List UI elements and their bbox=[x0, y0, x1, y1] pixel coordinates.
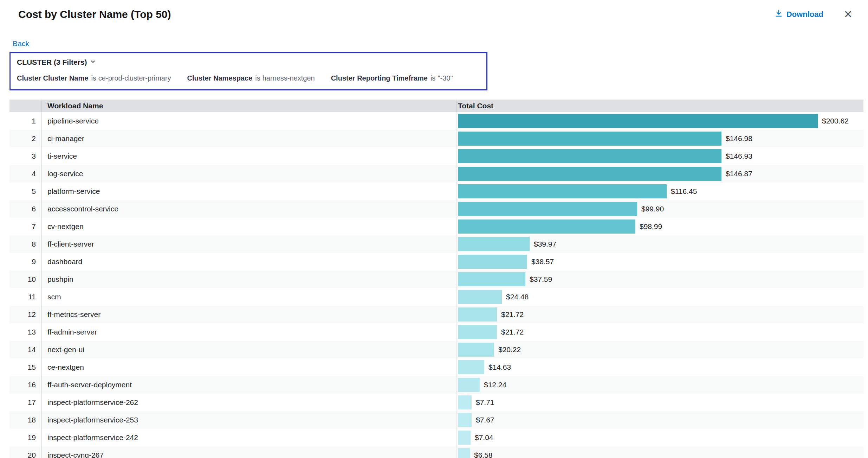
filter-group-toggle[interactable]: CLUSTER (3 Filters) bbox=[17, 58, 96, 66]
table-row[interactable]: 20inspect-cvng-267$6.58 bbox=[9, 446, 863, 458]
cost-label: $146.93 bbox=[726, 152, 752, 160]
cost-by-cluster-modal: Cost by Cluster Name (Top 50) Download ✕… bbox=[0, 0, 868, 458]
table-row[interactable]: 19inspect-platformservice-242$7.04 bbox=[9, 429, 863, 446]
cost-bar bbox=[458, 220, 635, 234]
filter-value: ce-prod-cluster-primary bbox=[98, 74, 171, 82]
cost-bar bbox=[458, 378, 480, 392]
filter-group-label: CLUSTER (3 Filters) bbox=[17, 58, 87, 66]
chevron-down-icon bbox=[90, 58, 96, 66]
cost-bar-cell: $20.22 bbox=[456, 341, 863, 358]
back-link[interactable]: Back bbox=[13, 39, 29, 48]
column-header-total-cost: Total Cost bbox=[456, 100, 863, 112]
close-button[interactable]: ✕ bbox=[844, 9, 853, 20]
row-rank: 16 bbox=[9, 376, 42, 394]
filter-operator: is bbox=[255, 74, 260, 82]
workload-name: ff-auth-server-deployment bbox=[42, 376, 456, 394]
row-rank: 10 bbox=[9, 271, 42, 288]
workload-name: inspect-platformservice-262 bbox=[42, 394, 456, 411]
cost-bar bbox=[458, 237, 530, 251]
filter-value: harness-nextgen bbox=[263, 74, 315, 82]
cost-bar-cell: $7.71 bbox=[456, 394, 863, 411]
cost-label: $12.24 bbox=[484, 381, 506, 389]
cost-bar-cell: $146.87 bbox=[456, 165, 863, 183]
table-row[interactable]: 10pushpin$37.59 bbox=[9, 271, 863, 288]
row-rank: 13 bbox=[9, 323, 42, 341]
table-row[interactable]: 8ff-client-server$39.97 bbox=[9, 235, 863, 253]
workload-name: scm bbox=[42, 288, 456, 306]
table-row[interactable]: 7cv-nextgen$98.99 bbox=[9, 218, 863, 235]
filter-label: Cluster Cluster Name bbox=[17, 74, 88, 82]
cost-bar bbox=[458, 255, 527, 269]
cost-bar bbox=[458, 413, 472, 427]
row-rank: 12 bbox=[9, 306, 42, 323]
cost-bar-cell: $14.63 bbox=[456, 358, 863, 376]
cost-label: $24.48 bbox=[506, 293, 529, 301]
table-row[interactable]: 6accesscontrol-service$99.90 bbox=[9, 200, 863, 218]
workload-name: inspect-cvng-267 bbox=[42, 446, 456, 458]
download-icon bbox=[775, 9, 783, 20]
table-row[interactable]: 5platform-service$116.45 bbox=[9, 183, 863, 200]
cost-label: $116.45 bbox=[671, 187, 697, 196]
cost-bar-cell: $7.04 bbox=[456, 429, 863, 446]
cost-bar-cell: $39.97 bbox=[456, 235, 863, 253]
cost-bar-cell: $21.72 bbox=[456, 323, 863, 341]
workload-name: platform-service bbox=[42, 183, 456, 200]
cost-label: $39.97 bbox=[534, 240, 556, 248]
workload-name: inspect-platformservice-242 bbox=[42, 429, 456, 446]
modal-header: Cost by Cluster Name (Top 50) Download ✕ bbox=[0, 0, 868, 20]
cost-bar-cell: $146.98 bbox=[456, 130, 863, 147]
filter-list: Cluster Cluster Nameisce-prod-cluster-pr… bbox=[17, 74, 481, 82]
cost-bar-cell: $116.45 bbox=[456, 183, 863, 200]
workload-name: log-service bbox=[42, 165, 456, 183]
page-title: Cost by Cluster Name (Top 50) bbox=[18, 8, 171, 20]
cost-bar-cell: $38.57 bbox=[456, 253, 863, 271]
cost-bar bbox=[458, 431, 471, 445]
table-row[interactable]: 14next-gen-ui$20.22 bbox=[9, 341, 863, 358]
filter-item-timeframe[interactable]: Cluster Reporting Timeframeis"-30" bbox=[331, 74, 453, 82]
cost-bar bbox=[458, 114, 818, 128]
cost-label: $21.72 bbox=[501, 328, 524, 336]
filter-operator: is bbox=[430, 74, 435, 82]
table-row[interactable]: 9dashboard$38.57 bbox=[9, 253, 863, 271]
table-row[interactable]: 11scm$24.48 bbox=[9, 288, 863, 306]
row-rank: 5 bbox=[9, 183, 42, 200]
header-actions: Download ✕ bbox=[775, 9, 853, 20]
cost-bar bbox=[458, 395, 472, 409]
cost-bar-cell: $12.24 bbox=[456, 376, 863, 394]
column-header-workload-name: Workload Name bbox=[42, 100, 456, 112]
cost-bar bbox=[458, 202, 637, 216]
cost-bar-cell: $200.62 bbox=[456, 112, 863, 130]
table-row[interactable]: 15ce-nextgen$14.63 bbox=[9, 358, 863, 376]
row-rank: 4 bbox=[9, 165, 42, 183]
row-rank: 18 bbox=[9, 411, 42, 429]
table-row[interactable]: 1pipeline-service$200.62 bbox=[9, 112, 863, 130]
table-row[interactable]: 12ff-metrics-server$21.72 bbox=[9, 306, 863, 323]
cost-table: Workload Name Total Cost 1pipeline-servi… bbox=[9, 100, 863, 458]
cost-bar-cell: $99.90 bbox=[456, 200, 863, 218]
cost-bar bbox=[458, 184, 667, 198]
table-row[interactable]: 17inspect-platformservice-262$7.71 bbox=[9, 394, 863, 411]
cost-bar bbox=[458, 307, 497, 322]
workload-name: ti-service bbox=[42, 147, 456, 165]
filter-item-cluster-name[interactable]: Cluster Cluster Nameisce-prod-cluster-pr… bbox=[17, 74, 171, 82]
table-row[interactable]: 13ff-admin-server$21.72 bbox=[9, 323, 863, 341]
download-button[interactable]: Download bbox=[775, 9, 823, 20]
cost-bar bbox=[458, 343, 494, 357]
table-row[interactable]: 18inspect-platformservice-253$7.67 bbox=[9, 411, 863, 429]
cost-bar bbox=[458, 132, 721, 146]
filter-operator: is bbox=[91, 74, 96, 82]
row-rank: 20 bbox=[9, 446, 42, 458]
row-rank: 17 bbox=[9, 394, 42, 411]
table-row[interactable]: 4log-service$146.87 bbox=[9, 165, 863, 183]
cost-bar bbox=[458, 167, 721, 181]
table-row[interactable]: 3ti-service$146.93 bbox=[9, 147, 863, 165]
workload-name: ci-manager bbox=[42, 130, 456, 147]
filter-item-namespace[interactable]: Cluster Namespaceisharness-nextgen bbox=[187, 74, 315, 82]
cost-bar bbox=[458, 290, 502, 304]
cost-label: $200.62 bbox=[822, 117, 849, 125]
cost-bar-cell: $21.72 bbox=[456, 306, 863, 323]
row-rank: 7 bbox=[9, 218, 42, 235]
cost-bar-cell: $7.67 bbox=[456, 411, 863, 429]
table-row[interactable]: 16ff-auth-server-deployment$12.24 bbox=[9, 376, 863, 394]
table-row[interactable]: 2ci-manager$146.98 bbox=[9, 130, 863, 147]
